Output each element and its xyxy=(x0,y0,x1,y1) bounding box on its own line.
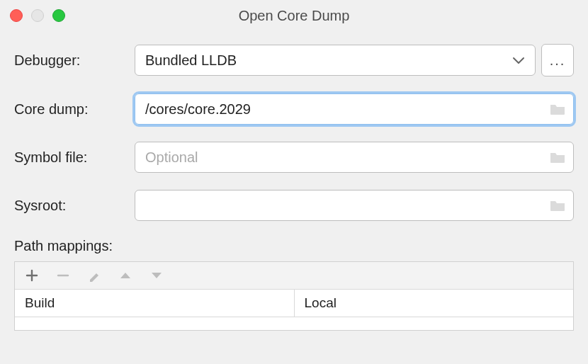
move-down-button[interactable] xyxy=(148,267,165,284)
window-titlebar: Open Core Dump xyxy=(0,0,588,31)
window-title: Open Core Dump xyxy=(0,8,588,24)
symbol-file-field[interactable] xyxy=(135,142,574,173)
debugger-more-label: ... xyxy=(550,52,566,69)
path-mappings-toolbar xyxy=(15,262,573,290)
path-mappings-label: Path mappings: xyxy=(14,238,574,254)
svg-marker-1 xyxy=(152,273,162,278)
sysroot-field[interactable] xyxy=(135,190,574,221)
remove-mapping-button[interactable] xyxy=(55,267,72,284)
symbol-file-label: Symbol file: xyxy=(14,149,135,166)
window-close-button[interactable] xyxy=(10,9,23,22)
sysroot-input[interactable] xyxy=(145,198,563,214)
debugger-more-button[interactable]: ... xyxy=(541,44,574,76)
traffic-lights xyxy=(10,9,65,22)
path-mappings-body xyxy=(15,317,573,330)
svg-marker-0 xyxy=(120,273,130,278)
chevron-down-icon xyxy=(512,45,525,75)
core-dump-field[interactable] xyxy=(135,93,574,125)
column-local[interactable]: Local xyxy=(294,290,574,317)
debugger-select[interactable]: Bundled LLDB xyxy=(135,45,536,76)
folder-icon[interactable] xyxy=(549,190,566,220)
edit-mapping-button[interactable] xyxy=(86,267,103,284)
debugger-select-value: Bundled LLDB xyxy=(145,52,237,69)
add-mapping-button[interactable] xyxy=(23,267,40,284)
core-dump-input[interactable] xyxy=(145,101,563,118)
sysroot-label: Sysroot: xyxy=(14,198,135,214)
folder-icon[interactable] xyxy=(549,94,566,124)
path-mappings-header: Build Local xyxy=(15,290,573,317)
window-zoom-button[interactable] xyxy=(52,9,65,22)
move-up-button[interactable] xyxy=(117,267,134,284)
core-dump-label: Core dump: xyxy=(14,101,135,118)
folder-icon[interactable] xyxy=(549,142,566,172)
column-build[interactable]: Build xyxy=(15,290,294,317)
path-mappings-panel: Build Local xyxy=(14,261,574,331)
symbol-file-input[interactable] xyxy=(145,149,563,166)
debugger-label: Debugger: xyxy=(14,52,135,69)
window-minimize-button[interactable] xyxy=(31,9,44,22)
